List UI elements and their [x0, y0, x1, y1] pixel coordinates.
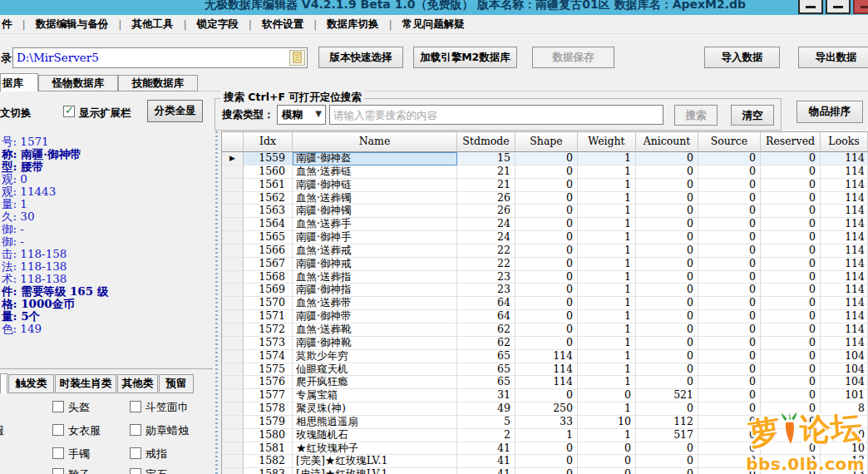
cell[interactable]: 0	[761, 389, 821, 402]
cell[interactable]: 0	[761, 468, 821, 474]
column-header-Stdmode[interactable]: Stdmode	[457, 132, 515, 152]
cell-name[interactable]: 仙眼窥天机	[293, 363, 457, 377]
row-selector-cell[interactable]	[222, 179, 244, 192]
table-row[interactable]: 1573南疆·御神靴6201000114	[222, 337, 868, 350]
cell[interactable]: 22	[457, 258, 515, 271]
row-selector-cell[interactable]	[222, 402, 244, 416]
cell[interactable]: 0	[698, 310, 761, 323]
cell[interactable]: 41	[457, 468, 515, 474]
table-row[interactable]: 1562血煞·送葬镯2601000114	[222, 192, 868, 205]
cell[interactable]: 0	[761, 179, 821, 192]
cell[interactable]: 104	[821, 363, 868, 377]
cell[interactable]: 1570	[244, 297, 293, 310]
cell[interactable]: 114	[821, 323, 868, 337]
menu-item-2[interactable]: 数据编辑与备份	[31, 17, 114, 32]
column-header-Idx[interactable]: Idx	[244, 132, 293, 152]
cell[interactable]: 0	[515, 455, 578, 468]
db-tab-1[interactable]: 据库	[0, 73, 38, 91]
cell[interactable]: 31	[457, 389, 515, 402]
cell-name[interactable]: 血煞·送葬链	[293, 165, 457, 179]
table-row[interactable]: ▶1559南疆·御神盔1501000114	[222, 152, 868, 165]
import-data-button[interactable]: 导入数据	[704, 47, 780, 68]
checkbox-斗笠面巾[interactable]	[130, 401, 141, 412]
category-show-all-button[interactable]: 分类全显	[147, 100, 203, 122]
cell[interactable]: 0	[698, 402, 761, 416]
cell[interactable]: 0	[698, 179, 761, 192]
row-selector-cell[interactable]	[222, 376, 244, 389]
cell[interactable]: 114	[821, 192, 868, 205]
cell[interactable]: 0	[636, 297, 698, 310]
cell[interactable]: 0	[515, 284, 578, 297]
cell[interactable]: 0	[698, 363, 761, 377]
cell[interactable]: 0	[636, 192, 698, 205]
cell-name[interactable]: 血煞·送葬带	[293, 297, 457, 310]
cell[interactable]: 0	[761, 192, 821, 205]
cell[interactable]: 1	[578, 376, 636, 389]
cell[interactable]: 0	[761, 376, 821, 389]
cell[interactable]: 114	[821, 165, 868, 179]
cell[interactable]: 0	[636, 323, 698, 337]
checkbox-女衣服[interactable]	[52, 424, 64, 436]
cell[interactable]: 1568	[244, 271, 293, 284]
cell[interactable]: 114	[821, 284, 868, 297]
cell[interactable]: 1581	[244, 442, 293, 456]
cell[interactable]: 62	[457, 337, 515, 350]
table-row[interactable]: 1569南疆·御神指2301000114	[222, 284, 868, 297]
row-selector-cell[interactable]	[222, 468, 244, 474]
cell[interactable]: 0	[636, 468, 698, 474]
cell[interactable]: 114	[821, 297, 868, 310]
cell[interactable]: 114	[821, 231, 868, 244]
language-toggle[interactable]: 文切换	[0, 106, 32, 121]
row-selector-cell[interactable]	[222, 284, 244, 297]
menu-item-7[interactable]: 常见问题解疑	[397, 17, 470, 32]
category-tab-1[interactable]: 触发类	[8, 374, 54, 393]
column-header-Looks[interactable]: Looks	[821, 132, 868, 152]
cell[interactable]: 1	[578, 337, 636, 350]
cell[interactable]: 0	[761, 258, 821, 271]
cell[interactable]: 1566	[244, 244, 293, 258]
cell[interactable]: 0	[698, 323, 761, 337]
cell[interactable]	[821, 416, 868, 429]
cell-name[interactable]: 专属宝箱	[293, 389, 457, 402]
table-row[interactable]: 1566血煞·送葬戒2201000114	[222, 244, 868, 258]
cell[interactable]: 0	[761, 402, 821, 416]
cell[interactable]: 0	[698, 192, 761, 205]
cell[interactable]: 0	[698, 376, 761, 389]
table-row[interactable]: 1565南疆·御神手2401000114	[222, 231, 868, 244]
cell[interactable]: 0	[636, 152, 698, 165]
cell[interactable]: 0	[698, 389, 761, 402]
cell[interactable]: 1572	[244, 323, 293, 337]
cell[interactable]: 114	[821, 179, 868, 192]
cell[interactable]: 8	[821, 402, 868, 416]
cell-name[interactable]: 爬开疯狂瘾	[293, 376, 457, 389]
row-selector-cell[interactable]	[222, 271, 244, 284]
table-row[interactable]: 1563南疆·御神镯2601000114	[222, 205, 868, 218]
cell[interactable]: 0	[761, 152, 821, 165]
cell[interactable]: 0	[578, 455, 636, 468]
cell[interactable]: 1	[578, 192, 636, 205]
row-selector-cell[interactable]	[222, 429, 244, 442]
show-extension-checkbox[interactable]: ✓	[63, 106, 75, 117]
row-selector-cell[interactable]	[222, 416, 244, 429]
cell-name[interactable]: 血煞·送葬镯	[293, 192, 457, 205]
cell[interactable]: 0	[515, 218, 578, 231]
cell[interactable]: 1560	[244, 165, 293, 179]
cell[interactable]: 64	[457, 310, 515, 323]
cell[interactable]: 0	[761, 455, 821, 468]
cell[interactable]: 0	[636, 337, 698, 350]
cell[interactable]: 1	[515, 429, 578, 442]
cell[interactable]: 0	[698, 218, 761, 231]
cell[interactable]: 1	[578, 402, 636, 416]
cell[interactable]: 0	[515, 192, 578, 205]
cell[interactable]: 15	[457, 152, 515, 165]
table-row[interactable]: 1574莫欺少年穷651141000104	[222, 350, 868, 363]
cell[interactable]: 0	[698, 165, 761, 179]
cell[interactable]: 23	[457, 271, 515, 284]
cell[interactable]: 1567	[244, 258, 293, 271]
cell[interactable]: 0	[698, 297, 761, 310]
cell[interactable]: 0	[761, 271, 821, 284]
cell[interactable]: 114	[821, 258, 868, 271]
db-tab-2[interactable]: 怪物数据库	[38, 75, 118, 91]
cell[interactable]: 114	[821, 271, 868, 284]
cell[interactable]: 0	[636, 455, 698, 468]
